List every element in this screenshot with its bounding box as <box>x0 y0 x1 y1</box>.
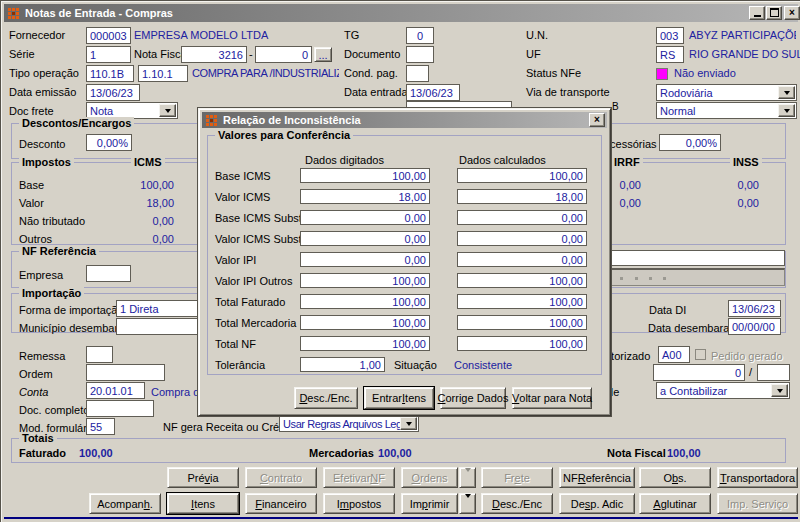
valor-calculado-input[interactable]: 100,00 <box>457 273 587 288</box>
valor-calculado-input[interactable]: 0,00 <box>457 231 587 246</box>
previa-button[interactable]: Prévia <box>167 467 239 488</box>
via-transporte-dropdown[interactable]: Rodoviária <box>656 84 797 101</box>
valor-calculado-input[interactable]: 0,00 <box>457 210 587 225</box>
dialog-titlebar[interactable]: Relação de Inconsistência <box>202 112 607 128</box>
un-label: U.N. <box>526 29 548 42</box>
tipo-operacao-codigo-input[interactable]: 110.1B <box>86 65 134 82</box>
transportadora-button[interactable]: Transportadora <box>717 467 798 488</box>
chevron-down-icon[interactable] <box>771 384 788 397</box>
numero-sufixo-input[interactable] <box>757 364 790 381</box>
autorizado-input[interactable]: A00 <box>658 346 690 363</box>
dialog-corrige-dados-button[interactable]: Corrige Dados <box>440 387 506 409</box>
minimize-button[interactable] <box>749 6 765 20</box>
valor-digitado-input[interactable]: 100,00 <box>300 315 430 330</box>
forma-importacao-dropdown[interactable]: 1 Direta <box>116 300 211 317</box>
valor-calculado-input[interactable]: 0,00 <box>457 252 587 267</box>
dados-digitados-header: Dados digitados <box>305 154 384 167</box>
acompanh-button[interactable]: Acompanh. <box>89 493 161 514</box>
mod-formulario-input[interactable]: 55 <box>86 418 115 435</box>
cond-pag-input[interactable] <box>406 65 429 82</box>
nota-fiscal-sufixo-input[interactable]: 0 <box>255 46 312 63</box>
close-button[interactable]: × <box>784 6 800 20</box>
acessorias-input[interactable]: 0,00% <box>659 134 721 151</box>
numero-input[interactable]: 0 <box>653 364 745 381</box>
valor-digitado-input[interactable]: 100,00 <box>300 168 430 183</box>
chevron-down-icon[interactable] <box>400 417 417 430</box>
data-di-input[interactable]: 13/06/23 <box>728 300 781 317</box>
nf-gera-dropdown[interactable]: Usar Regras Arquivos Legais <box>279 415 419 432</box>
nota-fiscal-total-value: 100,00 <box>667 447 701 460</box>
desc-enc-button[interactable]: Desc./Enc <box>481 493 553 514</box>
empresa-input[interactable] <box>86 265 131 282</box>
documento-input[interactable] <box>406 46 434 63</box>
conta-input[interactable]: 20.01.01 <box>86 382 145 399</box>
browse-button[interactable]: ... <box>314 47 332 62</box>
ordem-input[interactable] <box>86 364 165 381</box>
tolerancia-input[interactable]: 1,00 <box>300 357 385 372</box>
valor-digitado-input[interactable]: 18,00 <box>300 189 430 204</box>
desp-adic-button[interactable]: Desp. Adic <box>559 493 635 514</box>
situacao-label: Situação <box>394 359 437 372</box>
valor-digitado-input[interactable]: 0,00 <box>300 210 430 225</box>
doc-completo-input[interactable] <box>86 400 154 417</box>
valor-calculado-input[interactable]: 100,00 <box>457 294 587 309</box>
dialog-voltar-nota-button[interactable]: Voltar para Nota <box>512 387 592 409</box>
totais-group-title: Totais <box>19 432 57 445</box>
chevron-down-icon[interactable] <box>159 104 176 117</box>
aglutinar-button[interactable]: Aglutinar <box>639 493 711 514</box>
valor-calculado-input[interactable]: 18,00 <box>457 189 587 204</box>
valor-calculado-input[interactable]: 100,00 <box>457 168 587 183</box>
imprimir-button[interactable]: Imprimir <box>401 493 458 514</box>
impostos-button[interactable]: Impostos <box>323 493 395 514</box>
valor-digitado-input[interactable]: 0,00 <box>300 252 430 267</box>
dialog-desc-enc-button[interactable]: Desc./Enc. <box>294 387 358 409</box>
desconto-input[interactable]: 0,00% <box>86 134 132 151</box>
remessa-input[interactable] <box>86 346 113 363</box>
fornecedor-code-input[interactable]: 000003 <box>86 27 131 44</box>
un-code-input[interactable]: 003 <box>656 27 684 44</box>
nf-referencia-field[interactable] <box>607 250 785 266</box>
financeiro-button[interactable]: Financeiro <box>245 493 317 514</box>
window-bottom-edge <box>4 517 798 519</box>
valor-digitado-input[interactable]: 0,00 <box>300 231 430 246</box>
tg-label: TG <box>344 29 359 42</box>
dialog-close-button[interactable]: × <box>589 113 605 127</box>
data-emissao-label: Data emissão <box>9 86 76 99</box>
dialog-title: Relação de Inconsistência <box>223 114 361 126</box>
efetivar-nf-button: Efetivar NF <box>323 467 395 488</box>
uf-code-input[interactable]: RS <box>656 46 684 63</box>
tolerancia-label: Tolerância <box>215 359 265 372</box>
data-entrada-input[interactable]: 13/06/23 <box>406 84 460 101</box>
serie-input[interactable]: 1 <box>86 46 131 63</box>
tg-input[interactable]: 0 <box>406 27 434 44</box>
imp-servico-button: Imp. Serviço <box>717 493 798 514</box>
importacao-group-title: Importação <box>19 287 84 300</box>
nota-fiscal-numero-input[interactable]: 3216 <box>181 46 247 63</box>
window-titlebar[interactable]: Notas de Entrada - Compras <box>4 4 798 22</box>
obs-button[interactable]: Obs. <box>639 467 711 488</box>
municipio-desembaraco-input[interactable] <box>116 318 211 335</box>
chevron-down-icon[interactable] <box>778 104 795 117</box>
valor-calculado-input[interactable]: 100,00 <box>457 336 587 351</box>
valor-calculado-input[interactable]: 100,00 <box>457 315 587 330</box>
inconsistency-dialog: Relação de Inconsistência × Valores para… <box>198 108 611 416</box>
imprimir-dropdown-button[interactable] <box>459 493 476 514</box>
data-emissao-input[interactable]: 13/06/23 <box>86 84 140 101</box>
mercadorias-label: Mercadorias <box>309 447 374 460</box>
contabilizar-dropdown[interactable]: a Contabilizar <box>656 382 790 399</box>
frete-dropdown[interactable]: Normal <box>656 102 797 119</box>
chevron-down-icon[interactable] <box>778 86 795 99</box>
pedido-gerado-label: Pedido gerado <box>711 350 783 363</box>
itens-button[interactable]: Itens <box>167 493 239 514</box>
tipo-operacao-cfop-input[interactable]: 1.10.1 <box>138 65 188 82</box>
nf-referencia-button[interactable]: NF Referência <box>559 467 635 488</box>
data-desembaraco-input[interactable]: 00/00/00 <box>728 318 781 335</box>
valor-digitado-input[interactable]: 100,00 <box>300 273 430 288</box>
desconto-label: Desconto <box>19 138 65 151</box>
dialog-entrar-itens-button[interactable]: Entrar Itens <box>364 387 434 409</box>
maximize-button[interactable] <box>766 6 782 20</box>
valor-digitado-input[interactable]: 100,00 <box>300 294 430 309</box>
fornecedor-label: Fornecedor <box>9 29 65 42</box>
ordem-label: Ordem <box>19 368 53 381</box>
valor-digitado-input[interactable]: 100,00 <box>300 336 430 351</box>
